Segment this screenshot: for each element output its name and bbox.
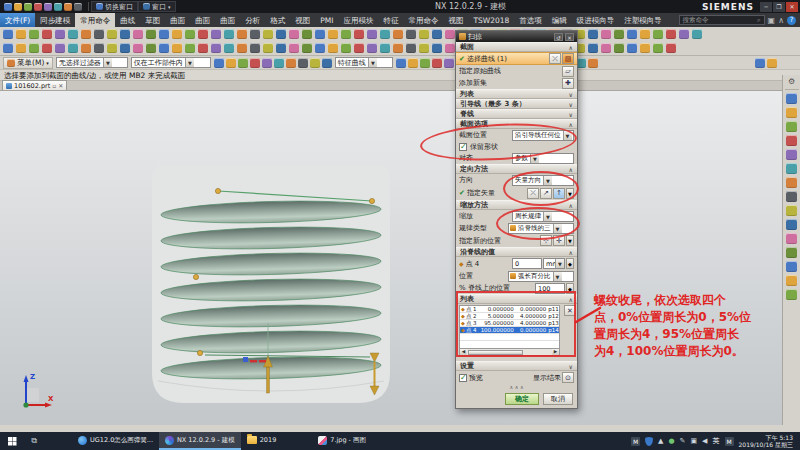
scroll-left-icon[interactable]: ◀	[460, 349, 467, 355]
display-icon[interactable]: ▣	[690, 437, 697, 445]
vector-dialog-button[interactable]: ↗	[540, 188, 552, 199]
curve-tool-icon[interactable]	[432, 58, 442, 68]
curve-tool-icon[interactable]	[396, 58, 406, 68]
ribbon-icon[interactable]	[588, 43, 598, 53]
ribbon-icon[interactable]	[16, 43, 26, 53]
point-constructor-button[interactable]: ⊹	[540, 235, 552, 246]
ribbon-icon[interactable]	[302, 29, 312, 39]
ribbon-icon[interactable]	[315, 29, 325, 39]
tab-format[interactable]: 格式	[265, 13, 290, 27]
ribbon-icon[interactable]	[601, 43, 611, 53]
ribbon-icon[interactable]	[3, 43, 13, 53]
close-button[interactable]: ✕	[786, 2, 798, 12]
resource-bar-icon[interactable]	[786, 205, 797, 216]
view-tool-icon[interactable]	[588, 58, 598, 68]
tab-progressive-die-wizard[interactable]: 级进模向导	[572, 13, 620, 27]
taskbar-item-folder[interactable]: 2019	[241, 432, 283, 450]
table-horizontal-scrollbar[interactable]: ◀ ▶	[459, 349, 560, 356]
tab-common-commands-2[interactable]: 常用命令	[403, 13, 443, 27]
formula-button[interactable]: ◆	[566, 283, 574, 294]
list2-header[interactable]: 列表∧	[456, 294, 577, 304]
ribbon-icon[interactable]	[237, 29, 247, 39]
resource-bar-icon[interactable]	[786, 177, 797, 188]
ribbon-icon[interactable]	[237, 43, 247, 53]
snap-icon[interactable]	[322, 58, 332, 68]
resource-bar-icon[interactable]	[786, 163, 797, 174]
part-tab[interactable]: 101602.prt ▫ ✕	[2, 80, 67, 90]
scaling-method-header[interactable]: 缩放方法∧	[456, 200, 577, 210]
point-dialog-button[interactable]: ✛	[553, 235, 565, 246]
formula-button[interactable]: ◆	[566, 258, 574, 269]
ribbon-icon[interactable]	[653, 29, 663, 39]
tab-surface-2[interactable]: 曲面	[190, 13, 215, 27]
resource-bar-icon[interactable]	[786, 275, 797, 286]
dialog-close-button[interactable]: ✕	[565, 33, 574, 41]
ribbon-icon[interactable]	[42, 29, 52, 39]
original-curve-button[interactable]: ▱	[562, 66, 574, 77]
tab-analysis[interactable]: 分析	[240, 13, 265, 27]
ribbon-icon[interactable]	[81, 29, 91, 39]
quick-access-icon[interactable]	[14, 3, 22, 11]
ribbon-icon[interactable]	[120, 43, 130, 53]
snap-icon[interactable]	[238, 58, 248, 68]
settings-header[interactable]: 设置∨	[456, 361, 577, 371]
ribbon-icon[interactable]	[445, 29, 455, 39]
table-row[interactable]: ◆点 395.0000004.000000p13	[460, 320, 559, 327]
ribbon-icon[interactable]	[146, 43, 156, 53]
preserve-shape-checkbox[interactable]	[459, 143, 467, 151]
ribbon-icon[interactable]	[159, 43, 169, 53]
tray-app-icon[interactable]: M	[725, 437, 734, 446]
scrollbar-thumb[interactable]	[468, 350, 523, 355]
ribbon-icon[interactable]	[146, 29, 156, 39]
dialog-reset-button[interactable]: ↺	[554, 33, 563, 41]
ribbon-icon[interactable]	[432, 29, 442, 39]
show-result-button[interactable]: ⊙	[562, 372, 574, 383]
tab-preferences[interactable]: 首选项	[514, 13, 547, 27]
law-type-dropdown[interactable]: 沿脊线的三▼	[508, 223, 574, 234]
help-icon[interactable]: ?	[787, 16, 796, 25]
quick-access-icon[interactable]	[4, 3, 12, 11]
snap-icon[interactable]	[274, 58, 284, 68]
ribbon-icon[interactable]	[640, 29, 650, 39]
ribbon-icon[interactable]	[276, 29, 286, 39]
ribbon-icon[interactable]	[393, 29, 403, 39]
spine-values-header[interactable]: 沿脊线的值∧	[456, 247, 577, 257]
resource-bar-icon[interactable]	[786, 247, 797, 258]
cancel-button[interactable]: 取消	[543, 393, 573, 405]
ribbon-icon[interactable]	[172, 29, 182, 39]
ribbon-icon[interactable]	[666, 43, 676, 53]
ribbon-icon[interactable]	[250, 29, 260, 39]
resource-bar-icon[interactable]	[786, 219, 797, 230]
preserve-shape-row[interactable]: 保留形状	[456, 141, 577, 152]
ribbon-icon[interactable]	[81, 43, 91, 53]
minimize-ribbon-icon[interactable]: ∧	[778, 16, 784, 25]
input-language-indicator[interactable]: 英	[713, 436, 720, 446]
ribbon-icon[interactable]	[406, 29, 416, 39]
taskbar-item-nx-active[interactable]: NX 12.0.2.9 - 建模	[159, 432, 241, 450]
snap-icon[interactable]	[250, 58, 260, 68]
resource-bar-icon[interactable]	[786, 191, 797, 202]
ribbon-icon[interactable]	[68, 43, 78, 53]
taskbar-item-browser[interactable]: UG12.0怎么画弹簧...	[72, 432, 159, 450]
pin-icon[interactable]: ▫	[52, 82, 56, 89]
ribbon-icon[interactable]	[16, 29, 26, 39]
tab-common-commands-active[interactable]: 常用命令	[75, 13, 115, 27]
clear-vector-button[interactable]: ⤫	[527, 188, 539, 199]
snap-icon[interactable]	[310, 58, 320, 68]
ribbon-icon[interactable]	[367, 43, 377, 53]
ribbon-icon[interactable]	[393, 43, 403, 53]
stop-at-intersection-button[interactable]: ⤫	[549, 53, 561, 64]
ribbon-icon[interactable]	[653, 43, 663, 53]
tray-app-icon[interactable]: M	[631, 437, 640, 446]
start-button[interactable]	[0, 432, 24, 450]
ribbon-icon[interactable]	[289, 43, 299, 53]
volume-icon[interactable]: ◀	[702, 437, 707, 445]
table-row[interactable]: ◆点 10.0000000.000000p11	[460, 306, 559, 313]
ribbon-icon[interactable]	[419, 43, 429, 53]
chevron-down-icon[interactable]: ▼	[566, 188, 574, 199]
add-new-set-button[interactable]: ✚	[562, 78, 574, 89]
ribbon-icon[interactable]	[120, 29, 130, 39]
ribbon-icon[interactable]	[432, 43, 442, 53]
ribbon-icon[interactable]	[380, 43, 390, 53]
ribbon-icon[interactable]	[185, 43, 195, 53]
